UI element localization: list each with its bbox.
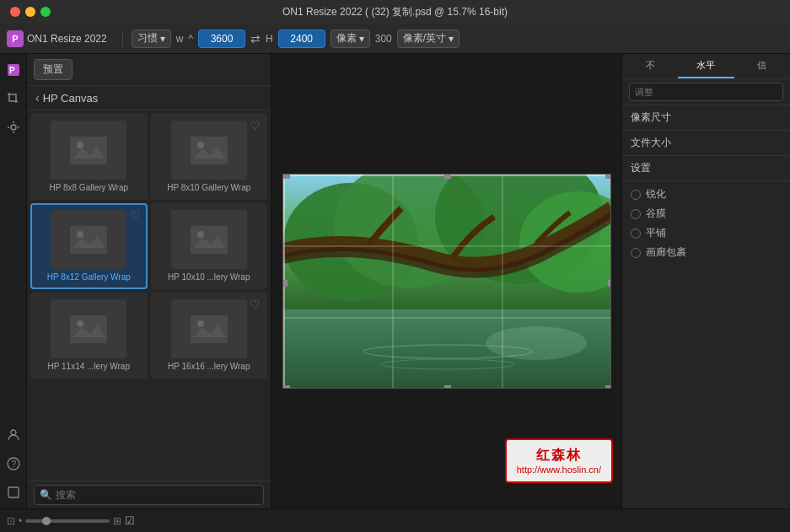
titlebar: ON1 Resize 2022 ( (32) 复制.psd @ 15.7% 16… bbox=[0, 0, 790, 24]
check-icon[interactable]: ☑ bbox=[125, 514, 135, 527]
radio-grain[interactable] bbox=[631, 209, 641, 219]
close-button[interactable] bbox=[10, 7, 20, 17]
svg-rect-56 bbox=[444, 385, 451, 389]
preset-label-5: HP 11x14 ...lery Wrap bbox=[48, 362, 130, 372]
icon-strip: P ? bbox=[0, 54, 27, 508]
label-gallery-wrap: 画廊包裹 bbox=[646, 245, 686, 260]
svg-text:?: ? bbox=[11, 459, 16, 469]
svg-rect-8 bbox=[70, 137, 107, 164]
preset-label-4: HP 10x10 ...lery Wrap bbox=[168, 272, 250, 282]
search-input-wrap[interactable]: 🔍 bbox=[34, 485, 264, 505]
preset-button[interactable]: 预置 bbox=[34, 59, 73, 80]
zoom-controls: ⊡ • ⊞ ☑ bbox=[7, 514, 135, 527]
search-input[interactable] bbox=[56, 489, 258, 501]
canvas-image bbox=[282, 174, 611, 389]
svg-rect-6 bbox=[8, 487, 19, 497]
search-bar: 🔍 bbox=[27, 481, 271, 508]
tab-horizontal[interactable]: 水平 bbox=[678, 54, 734, 78]
svg-rect-28 bbox=[70, 315, 107, 343]
main-content: P ? 预置 ‹ HP Canvas bbox=[0, 54, 790, 508]
svg-marker-14 bbox=[229, 132, 234, 169]
svg-point-2 bbox=[11, 125, 16, 130]
forest-scene bbox=[283, 175, 611, 389]
preset-item-5[interactable]: HP 11x14 ...lery Wrap bbox=[30, 293, 148, 379]
watermark: 红森林 http://www.hoslin.cn/ bbox=[505, 438, 613, 483]
swap-icon[interactable]: ⇄ bbox=[250, 32, 261, 46]
preset-thumb-3 bbox=[51, 210, 126, 269]
preset-thumb-2 bbox=[171, 121, 247, 180]
expand-icon[interactable] bbox=[3, 481, 24, 503]
label-sharpen: 锐化 bbox=[646, 187, 666, 202]
zoom-square-left[interactable]: ⊡ bbox=[7, 515, 15, 527]
svg-rect-50 bbox=[283, 175, 290, 179]
option-sharpen[interactable]: 锐化 bbox=[631, 185, 782, 204]
preset-thumb-5 bbox=[51, 299, 126, 358]
svg-marker-30 bbox=[63, 310, 68, 348]
canvas-area: 红森林 http://www.hoslin.cn/ bbox=[271, 54, 621, 508]
toolbar: P ON1 Resize 2022 习惯 ▾ w ^ ⇄ H 像素 ▾ 300 … bbox=[0, 24, 790, 54]
favorite-icon-3[interactable]: ♡ bbox=[130, 208, 141, 222]
pixel-size-title: 像素尺寸 bbox=[631, 110, 782, 125]
svg-marker-31 bbox=[109, 310, 114, 348]
svg-marker-13 bbox=[184, 132, 189, 169]
tab-third[interactable]: 信 bbox=[734, 54, 790, 78]
favorite-icon-2[interactable]: ♡ bbox=[250, 119, 261, 132]
favorite-icon-6[interactable]: ♡ bbox=[250, 298, 261, 311]
width-input[interactable] bbox=[198, 30, 245, 48]
back-icon[interactable]: ‹ bbox=[35, 91, 40, 105]
brand-name: ON1 Resize 2022 bbox=[27, 33, 107, 45]
option-gallery-wrap[interactable]: 画廊包裹 bbox=[631, 243, 782, 262]
svg-point-26 bbox=[197, 231, 204, 238]
settings-title: 设置 bbox=[631, 161, 782, 175]
radio-tile[interactable] bbox=[631, 228, 641, 239]
width-input-group bbox=[198, 30, 245, 48]
label-grain: 谷膜 bbox=[646, 207, 666, 221]
zoom-dot[interactable]: • bbox=[19, 515, 22, 527]
search-icon: 🔍 bbox=[40, 489, 52, 501]
svg-point-44 bbox=[486, 326, 587, 360]
window-title: ON1 Resize 2022 ( (32) 复制.psd @ 15.7% 16… bbox=[282, 5, 508, 19]
sidebar: 预置 ‹ HP Canvas HP 8x8 G bbox=[27, 54, 271, 508]
settings-icon[interactable] bbox=[3, 116, 24, 138]
unit-dropdown[interactable]: 像素 ▾ bbox=[331, 30, 370, 48]
sidebar-nav[interactable]: ‹ HP Canvas bbox=[27, 86, 271, 110]
preset-item-6[interactable]: ♡ HP 16x16 ...lery Wrap bbox=[151, 293, 268, 379]
people-icon[interactable] bbox=[3, 424, 24, 446]
dpi-value: 300 bbox=[375, 33, 392, 45]
zoom-square-right[interactable]: ⊞ bbox=[113, 515, 121, 527]
tab-first[interactable]: 不 bbox=[622, 54, 678, 78]
dpi-unit-dropdown[interactable]: 像素/英寸 ▾ bbox=[397, 30, 459, 48]
radio-gallery-wrap[interactable] bbox=[631, 248, 641, 258]
preset-item-4[interactable]: HP 10x10 ...lery Wrap bbox=[151, 203, 268, 289]
svg-point-17 bbox=[77, 231, 83, 238]
height-input-group bbox=[278, 30, 325, 48]
right-search-input[interactable] bbox=[629, 83, 783, 101]
preset-label-6: HP 16x16 ...lery Wrap bbox=[168, 362, 250, 372]
window-controls[interactable] bbox=[10, 7, 51, 17]
help-icon[interactable]: ? bbox=[3, 453, 24, 475]
svg-rect-51 bbox=[444, 175, 451, 179]
minimize-button[interactable] bbox=[25, 7, 35, 17]
brand-icon: P bbox=[7, 30, 24, 47]
height-input[interactable] bbox=[278, 30, 325, 48]
zoom-slider[interactable] bbox=[25, 519, 110, 523]
caret-up: ^ bbox=[188, 33, 193, 45]
label-tile: 平铺 bbox=[646, 226, 666, 240]
svg-rect-11 bbox=[191, 137, 228, 164]
svg-rect-16 bbox=[70, 226, 107, 254]
option-tile[interactable]: 平铺 bbox=[631, 223, 782, 243]
crop-icon[interactable] bbox=[3, 88, 24, 110]
preset-item-1[interactable]: HP 8x8 Gallery Wrap bbox=[30, 114, 148, 200]
preset-item-2[interactable]: ♡ HP 8x10 Gallery Wrap bbox=[151, 114, 268, 200]
habit-dropdown[interactable]: 习惯 ▾ bbox=[132, 30, 171, 48]
svg-rect-57 bbox=[605, 385, 611, 389]
option-grain[interactable]: 谷膜 bbox=[631, 204, 782, 223]
preset-item-3[interactable]: ♡ bbox=[30, 203, 148, 289]
svg-rect-55 bbox=[283, 385, 290, 389]
radio-sharpen[interactable] bbox=[631, 190, 641, 200]
maximize-button[interactable] bbox=[40, 7, 51, 17]
watermark-title: 红森林 bbox=[517, 447, 601, 465]
zoom-slider-thumb bbox=[42, 517, 51, 525]
icon-logo[interactable]: P bbox=[3, 59, 24, 81]
svg-marker-19 bbox=[109, 221, 114, 259]
